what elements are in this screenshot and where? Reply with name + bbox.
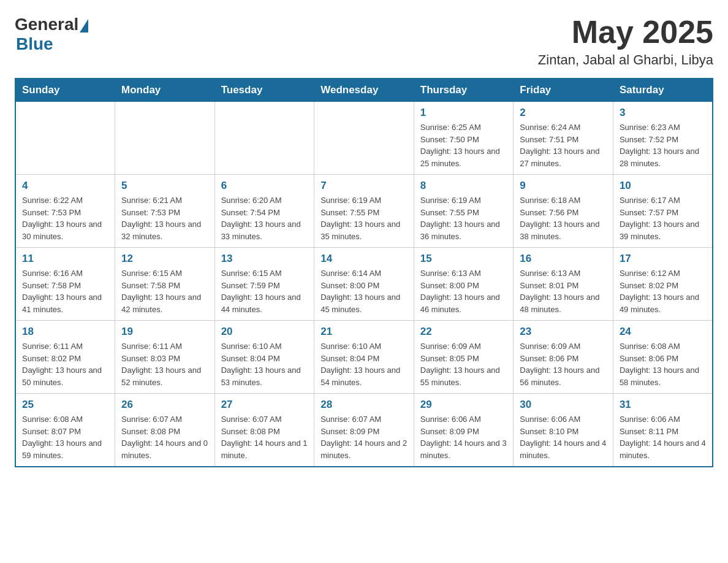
day-number: 19 [121, 326, 208, 338]
day-info: Sunrise: 6:10 AMSunset: 8:04 PMDaylight:… [320, 340, 408, 388]
day-info: Sunrise: 6:06 AMSunset: 8:11 PMDaylight:… [620, 413, 706, 461]
weekday-header-wednesday: Wednesday [314, 79, 414, 102]
calendar-cell: 8Sunrise: 6:19 AMSunset: 7:55 PMDaylight… [414, 175, 514, 248]
day-number: 29 [420, 399, 507, 411]
day-number: 14 [320, 253, 408, 265]
day-number: 21 [320, 326, 408, 338]
calendar-cell: 24Sunrise: 6:08 AMSunset: 8:06 PMDayligh… [613, 321, 713, 394]
day-info: Sunrise: 6:11 AMSunset: 8:03 PMDaylight:… [121, 340, 208, 388]
day-number: 16 [520, 253, 607, 265]
calendar-cell: 9Sunrise: 6:18 AMSunset: 7:56 PMDaylight… [514, 175, 613, 248]
day-number: 26 [121, 399, 208, 411]
calendar-cell [214, 102, 314, 175]
day-number: 17 [620, 253, 706, 265]
day-info: Sunrise: 6:12 AMSunset: 8:02 PMDaylight:… [620, 267, 706, 315]
logo-triangle-icon [80, 19, 88, 33]
calendar-cell: 28Sunrise: 6:07 AMSunset: 8:09 PMDayligh… [314, 394, 414, 467]
calendar-cell: 29Sunrise: 6:06 AMSunset: 8:09 PMDayligh… [414, 394, 514, 467]
day-info: Sunrise: 6:18 AMSunset: 7:56 PMDaylight:… [520, 194, 607, 242]
day-info: Sunrise: 6:13 AMSunset: 8:00 PMDaylight:… [420, 267, 507, 315]
calendar-cell: 11Sunrise: 6:16 AMSunset: 7:58 PMDayligh… [15, 248, 115, 321]
day-number: 6 [221, 180, 308, 192]
calendar-cell: 6Sunrise: 6:20 AMSunset: 7:54 PMDaylight… [214, 175, 314, 248]
calendar-cell: 31Sunrise: 6:06 AMSunset: 8:11 PMDayligh… [613, 394, 713, 467]
calendar-cell: 15Sunrise: 6:13 AMSunset: 8:00 PMDayligh… [414, 248, 514, 321]
day-info: Sunrise: 6:07 AMSunset: 8:08 PMDaylight:… [121, 413, 208, 461]
calendar-week-row: 18Sunrise: 6:11 AMSunset: 8:02 PMDayligh… [15, 321, 713, 394]
day-info: Sunrise: 6:15 AMSunset: 7:59 PMDaylight:… [221, 267, 308, 315]
day-number: 27 [221, 399, 308, 411]
day-number: 28 [320, 399, 408, 411]
day-number: 15 [420, 253, 507, 265]
weekday-header-sunday: Sunday [15, 79, 115, 102]
day-number: 13 [221, 253, 308, 265]
day-info: Sunrise: 6:11 AMSunset: 8:02 PMDaylight:… [22, 340, 108, 388]
calendar-cell: 3Sunrise: 6:23 AMSunset: 7:52 PMDaylight… [613, 102, 713, 175]
logo-general-text: General [15, 15, 78, 34]
calendar-week-row: 11Sunrise: 6:16 AMSunset: 7:58 PMDayligh… [15, 248, 713, 321]
calendar-cell: 2Sunrise: 6:24 AMSunset: 7:51 PMDaylight… [514, 102, 613, 175]
calendar-header: SundayMondayTuesdayWednesdayThursdayFrid… [15, 79, 713, 102]
day-number: 11 [22, 253, 108, 265]
weekday-header-friday: Friday [514, 79, 613, 102]
location-title: Zintan, Jabal al Gharbi, Libya [538, 52, 713, 68]
day-info: Sunrise: 6:23 AMSunset: 7:52 PMDaylight:… [620, 121, 706, 169]
calendar-cell: 16Sunrise: 6:13 AMSunset: 8:01 PMDayligh… [514, 248, 613, 321]
weekday-header-saturday: Saturday [613, 79, 713, 102]
day-info: Sunrise: 6:22 AMSunset: 7:53 PMDaylight:… [22, 194, 108, 242]
day-number: 25 [22, 399, 108, 411]
calendar-cell: 23Sunrise: 6:09 AMSunset: 8:06 PMDayligh… [514, 321, 613, 394]
day-info: Sunrise: 6:20 AMSunset: 7:54 PMDaylight:… [221, 194, 308, 242]
calendar-cell [15, 102, 115, 175]
day-number: 2 [520, 107, 607, 119]
day-number: 20 [221, 326, 308, 338]
calendar-cell: 7Sunrise: 6:19 AMSunset: 7:55 PMDaylight… [314, 175, 414, 248]
day-info: Sunrise: 6:08 AMSunset: 8:07 PMDaylight:… [22, 413, 108, 461]
day-info: Sunrise: 6:07 AMSunset: 8:08 PMDaylight:… [221, 413, 308, 461]
day-number: 3 [620, 107, 706, 119]
day-number: 22 [420, 326, 507, 338]
month-title: May 2025 [538, 15, 713, 50]
day-number: 10 [620, 180, 706, 192]
day-info: Sunrise: 6:16 AMSunset: 7:58 PMDaylight:… [22, 267, 108, 315]
day-number: 23 [520, 326, 607, 338]
day-info: Sunrise: 6:14 AMSunset: 8:00 PMDaylight:… [320, 267, 408, 315]
calendar-cell: 14Sunrise: 6:14 AMSunset: 8:00 PMDayligh… [314, 248, 414, 321]
logo-blue-text: Blue [16, 34, 53, 54]
day-number: 31 [620, 399, 706, 411]
day-info: Sunrise: 6:10 AMSunset: 8:04 PMDaylight:… [221, 340, 308, 388]
calendar-cell: 13Sunrise: 6:15 AMSunset: 7:59 PMDayligh… [214, 248, 314, 321]
day-number: 18 [22, 326, 108, 338]
calendar-cell [115, 102, 215, 175]
day-info: Sunrise: 6:07 AMSunset: 8:09 PMDaylight:… [320, 413, 408, 461]
day-number: 7 [320, 180, 408, 192]
calendar-cell: 18Sunrise: 6:11 AMSunset: 8:02 PMDayligh… [15, 321, 115, 394]
calendar-cell [314, 102, 414, 175]
day-info: Sunrise: 6:17 AMSunset: 7:57 PMDaylight:… [620, 194, 706, 242]
calendar-cell: 20Sunrise: 6:10 AMSunset: 8:04 PMDayligh… [214, 321, 314, 394]
day-number: 24 [620, 326, 706, 338]
page-header: General Blue May 2025 Zintan, Jabal al G… [15, 15, 713, 68]
calendar-cell: 1Sunrise: 6:25 AMSunset: 7:50 PMDaylight… [414, 102, 514, 175]
day-number: 1 [420, 107, 507, 119]
day-info: Sunrise: 6:19 AMSunset: 7:55 PMDaylight:… [420, 194, 507, 242]
day-info: Sunrise: 6:24 AMSunset: 7:51 PMDaylight:… [520, 121, 607, 169]
calendar-cell: 4Sunrise: 6:22 AMSunset: 7:53 PMDaylight… [15, 175, 115, 248]
weekday-header-monday: Monday [115, 79, 215, 102]
calendar-cell: 27Sunrise: 6:07 AMSunset: 8:08 PMDayligh… [214, 394, 314, 467]
title-section: May 2025 Zintan, Jabal al Gharbi, Libya [538, 15, 713, 68]
calendar-cell: 26Sunrise: 6:07 AMSunset: 8:08 PMDayligh… [115, 394, 215, 467]
day-info: Sunrise: 6:19 AMSunset: 7:55 PMDaylight:… [320, 194, 408, 242]
day-info: Sunrise: 6:09 AMSunset: 8:06 PMDaylight:… [520, 340, 607, 388]
day-number: 12 [121, 253, 208, 265]
calendar-week-row: 1Sunrise: 6:25 AMSunset: 7:50 PMDaylight… [15, 102, 713, 175]
calendar-cell: 21Sunrise: 6:10 AMSunset: 8:04 PMDayligh… [314, 321, 414, 394]
calendar-cell: 25Sunrise: 6:08 AMSunset: 8:07 PMDayligh… [15, 394, 115, 467]
day-info: Sunrise: 6:13 AMSunset: 8:01 PMDaylight:… [520, 267, 607, 315]
calendar-cell: 30Sunrise: 6:06 AMSunset: 8:10 PMDayligh… [514, 394, 613, 467]
day-info: Sunrise: 6:08 AMSunset: 8:06 PMDaylight:… [620, 340, 706, 388]
weekday-header-tuesday: Tuesday [214, 79, 314, 102]
day-info: Sunrise: 6:25 AMSunset: 7:50 PMDaylight:… [420, 121, 507, 169]
day-info: Sunrise: 6:06 AMSunset: 8:10 PMDaylight:… [520, 413, 607, 461]
day-info: Sunrise: 6:06 AMSunset: 8:09 PMDaylight:… [420, 413, 507, 461]
